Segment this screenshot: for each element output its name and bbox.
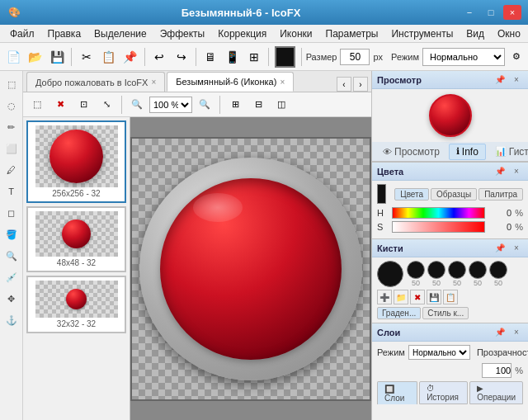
layer-tab-history[interactable]: ⏱ История <box>419 381 468 404</box>
mode-select[interactable]: Нормально <box>422 48 505 66</box>
minimize-button[interactable]: − <box>460 5 478 20</box>
move-tool[interactable]: ✥ <box>2 289 21 309</box>
thumbnail-48[interactable]: 48x48 - 32 <box>26 206 126 272</box>
shapes-tool[interactable]: ◻ <box>2 203 21 223</box>
menu-view[interactable]: Вид <box>460 26 491 41</box>
layers-mode-label: Режим <box>377 347 405 357</box>
color-tab-palette[interactable]: Палитра <box>478 188 523 201</box>
grid-toggle[interactable]: ⊞ <box>224 94 246 116</box>
color-tab-colors[interactable]: Цвета <box>394 188 429 201</box>
close-button[interactable]: × <box>503 5 521 20</box>
zoom-tool[interactable]: 🔍 <box>2 246 21 266</box>
canvas-fit[interactable]: ⤡ <box>96 94 117 116</box>
menu-effects[interactable]: Эффекты <box>153 26 212 41</box>
tab-welcome-close[interactable]: × <box>151 78 156 87</box>
layers-close[interactable]: × <box>510 326 523 339</box>
brush-save[interactable]: 💾 <box>427 290 441 304</box>
layers-pin[interactable]: 📌 <box>493 326 507 339</box>
layers-mode-select[interactable]: Нормально <box>408 345 470 360</box>
canvas-invert[interactable]: ⊡ <box>73 94 94 116</box>
new-button[interactable]: 📄 <box>3 46 23 68</box>
eraser-tool[interactable]: ⬜ <box>2 139 21 158</box>
canvas-deselect[interactable]: ✖ <box>50 94 71 116</box>
preview-pin[interactable]: 📌 <box>493 73 507 87</box>
brushes-pin[interactable]: 📌 <box>493 242 507 255</box>
color-swatch-main[interactable] <box>377 184 386 204</box>
platform-grid[interactable]: ⊞ <box>244 46 264 68</box>
brush-size-3[interactable]: 50 <box>448 261 466 287</box>
zoom-box: 🔍 100 % 50 % 200 % 🔍 <box>126 94 215 116</box>
tab-welcome[interactable]: Добро пожаловать в IcoFX × <box>26 72 165 92</box>
canvas-area[interactable] <box>130 117 371 420</box>
size-input[interactable] <box>340 49 370 65</box>
copy-button[interactable]: 📋 <box>98 46 118 68</box>
brush-tab-style[interactable]: Стиль к... <box>422 307 469 319</box>
cut-button[interactable]: ✂ <box>76 46 96 68</box>
undo-button[interactable]: ↩ <box>149 46 169 68</box>
text-tool[interactable]: T <box>2 182 21 201</box>
menu-tools[interactable]: Инструменты <box>384 26 460 41</box>
brushes-close[interactable]: × <box>510 242 523 255</box>
fill-tool[interactable]: 🪣 <box>2 224 21 244</box>
layers-opacity-input[interactable] <box>482 363 512 378</box>
preview-tab-info[interactable]: ℹ Info <box>449 144 486 160</box>
brush-size-1[interactable]: 50 <box>407 261 425 287</box>
zoom-out[interactable]: 🔍 <box>126 94 148 116</box>
tab-next[interactable]: › <box>353 77 368 92</box>
color-tab-samples[interactable]: Образцы <box>431 188 477 201</box>
colors-close[interactable]: × <box>510 165 523 178</box>
rulers-toggle[interactable]: ◫ <box>271 94 292 116</box>
brush-add[interactable]: ➕ <box>377 290 392 304</box>
menu-select[interactable]: Выделение <box>87 26 153 41</box>
thumbnail-32[interactable]: 32x32 - 32 <box>26 276 126 333</box>
open-button[interactable]: 📂 <box>25 46 45 68</box>
brush-size-4[interactable]: 50 <box>469 261 487 287</box>
zoom-in[interactable]: 🔍 <box>194 94 215 116</box>
colors-pin[interactable]: 📌 <box>493 165 507 178</box>
snap-toggle[interactable]: ⊟ <box>248 94 269 116</box>
save-button[interactable]: 💾 <box>47 46 67 68</box>
select-tool[interactable]: ⬚ <box>2 74 21 94</box>
brush-delete[interactable]: ✖ <box>410 290 425 304</box>
tab-prev[interactable]: ‹ <box>337 77 351 92</box>
pencil-tool[interactable]: ✏ <box>2 117 21 137</box>
tab-icon-close[interactable]: × <box>280 78 285 87</box>
brush-folder[interactable]: 📁 <box>394 290 408 304</box>
tab-icon[interactable]: Безымянный-6 (Иконка) × <box>167 72 294 92</box>
lasso-tool[interactable]: ◌ <box>2 96 21 116</box>
zoom-select[interactable]: 100 % 50 % 200 % <box>149 97 192 113</box>
preview-tab-histogram[interactable]: 📊 Гистогр... <box>488 144 528 160</box>
menu-icons[interactable]: Иконки <box>273 26 318 41</box>
mode-settings[interactable]: ⚙ <box>508 46 525 68</box>
canvas-toolbar: ⬚ ✖ ⊡ ⤡ 🔍 100 % 50 % 200 % 🔍 ⊞ ⊟ ◫ <box>23 92 371 117</box>
menu-params[interactable]: Параметры <box>319 26 385 41</box>
saturation-gradient[interactable] <box>392 221 485 233</box>
tabs-row: Добро пожаловать в IcoFX × Безымянный-6 … <box>23 71 371 92</box>
brush-tab-gradient[interactable]: Граден... <box>377 307 421 319</box>
platform-mobile[interactable]: 📱 <box>222 46 242 68</box>
preview-tab-preview[interactable]: 👁 Просмотр <box>375 144 447 160</box>
paint-tool[interactable]: 🖊 <box>2 160 21 180</box>
brush-size-5[interactable]: 50 <box>489 261 507 287</box>
platform-windows[interactable]: 🖥 <box>200 46 220 68</box>
thumbnail-256[interactable]: 256x256 - 32 <box>26 120 126 203</box>
menu-edit[interactable]: Правка <box>41 26 88 41</box>
preview-close[interactable]: × <box>510 73 523 87</box>
canvas-select[interactable]: ⬚ <box>26 94 48 116</box>
eyedropper-tool[interactable]: 💉 <box>2 267 21 287</box>
foreground-color[interactable] <box>275 46 295 68</box>
paste-button[interactable]: 📌 <box>120 46 139 68</box>
maximize-button[interactable]: □ <box>482 5 500 20</box>
redo-button[interactable]: ↪ <box>171 46 191 68</box>
mode-label: Режим <box>391 52 419 62</box>
brush-size-2[interactable]: 50 <box>427 261 446 287</box>
brush-copy[interactable]: 📋 <box>443 290 458 304</box>
hue-row: H 0 % <box>377 207 523 219</box>
menu-correction[interactable]: Коррекция <box>211 26 273 41</box>
hue-gradient[interactable] <box>392 207 485 219</box>
layer-tab-layers[interactable]: 🔲 Слои <box>377 381 417 404</box>
layer-tab-operations[interactable]: ▶ Операции <box>469 381 523 404</box>
menu-window[interactable]: Окно <box>491 26 527 41</box>
menu-file[interactable]: Файл <box>3 26 41 41</box>
anchor-tool[interactable]: ⚓ <box>2 310 21 330</box>
